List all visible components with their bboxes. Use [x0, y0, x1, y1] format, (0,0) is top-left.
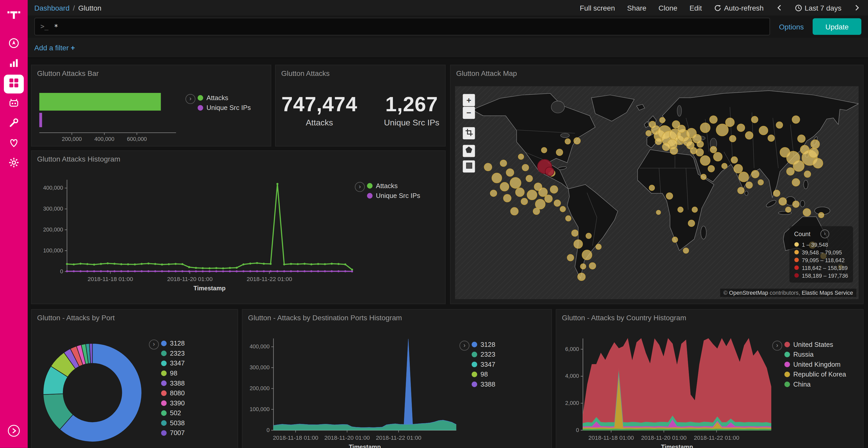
svg-text:0: 0 [576, 427, 579, 433]
sidebar-item-dashboard[interactable] [4, 75, 24, 94]
legend-item[interactable]: 158,189 – 197,736 [794, 272, 848, 279]
metric-label: Attacks [281, 118, 357, 127]
legend-item[interactable]: 3388 [161, 378, 185, 388]
auto-refresh-button[interactable]: Auto-refresh [714, 4, 764, 12]
svg-text:2018-11-20 01:00: 2018-11-20 01:00 [324, 435, 370, 441]
query-input[interactable] [53, 22, 764, 31]
breadcrumb-dashboard-link[interactable]: Dashboard [34, 4, 69, 12]
legend-item[interactable]: Republic of Korea [784, 369, 846, 379]
legend-item[interactable]: China [784, 379, 846, 389]
ems-link[interactable]: Elastic Maps Service [802, 290, 853, 296]
legend-item[interactable]: 8080 [161, 388, 185, 398]
attacks-histogram-chart[interactable]: 400,000300,000200,000100,00002018-11-18 … [35, 173, 367, 298]
map-legend-title: Count [794, 231, 810, 237]
legend-color-dot [784, 342, 790, 347]
zoom-out-button[interactable]: − [463, 107, 475, 119]
legend-toggle-arrow[interactable]: › [355, 182, 365, 192]
legend-item[interactable]: 79,095 – 118,642 [794, 256, 848, 264]
legend-item[interactable]: Unique Src IPs [367, 191, 420, 201]
legend-item[interactable]: 1 – 39,548 [794, 241, 848, 248]
update-button[interactable]: Update [813, 18, 862, 35]
sidebar-item-apm[interactable] [4, 95, 24, 113]
legend-label: 3347 [480, 360, 495, 368]
legend-item[interactable]: 98 [472, 369, 495, 379]
svg-text:2018-11-20 01:00: 2018-11-20 01:00 [641, 435, 687, 441]
heartbeat-icon [8, 137, 20, 150]
rectangle-tool-button[interactable] [463, 160, 475, 172]
legend-label: 7007 [170, 429, 185, 437]
legend-item[interactable]: 2323 [472, 349, 495, 359]
full-screen-button[interactable]: Full screen [580, 4, 615, 12]
legend-item[interactable]: 98 [161, 368, 185, 378]
svg-text:100,000: 100,000 [250, 406, 270, 412]
port-donut-chart[interactable] [34, 332, 151, 448]
svg-text:Timestamp: Timestamp [349, 444, 381, 448]
sidebar-item-monitoring[interactable] [4, 134, 24, 153]
share-button[interactable]: Share [627, 4, 646, 12]
sidebar-collapse-toggle[interactable] [4, 422, 24, 441]
time-picker-button[interactable]: Last 7 days [795, 4, 841, 12]
plus-icon: + [71, 43, 75, 51]
svg-text:Timestamp: Timestamp [193, 285, 225, 291]
legend-item[interactable]: 7007 [161, 428, 185, 438]
legend-item[interactable]: 5038 [161, 418, 185, 428]
map-legend: Count › 1 – 39,54839,548 – 79,09579,095 … [789, 226, 853, 283]
time-range-forward-button[interactable] [854, 4, 860, 11]
svg-text:2018-11-22 01:00: 2018-11-22 01:00 [694, 435, 739, 441]
svg-text:100,000: 100,000 [43, 247, 63, 254]
time-range-back-button[interactable] [776, 4, 782, 11]
legend-item[interactable]: 3128 [161, 338, 185, 348]
crop-tool-button[interactable] [463, 127, 475, 139]
legend-item[interactable]: 3390 [161, 398, 185, 408]
legend-item[interactable]: Unique Src IPs [197, 103, 251, 113]
legend-toggle-arrow[interactable]: › [772, 341, 782, 351]
chevron-right-circle-icon [7, 424, 21, 440]
legend-item[interactable]: 502 [161, 408, 185, 418]
sidebar-item-management[interactable] [4, 154, 24, 173]
legend-label: 3388 [480, 380, 495, 388]
legend: AttacksUnique Src IPs [197, 93, 251, 113]
sidebar-item-discover[interactable] [4, 35, 24, 54]
clone-button[interactable]: Clone [658, 4, 677, 12]
polygon-tool-button[interactable] [463, 145, 475, 157]
zoom-in-button[interactable]: + [463, 94, 475, 106]
bar-chart-icon [8, 58, 20, 71]
sidebar-item-devtools[interactable] [4, 114, 24, 133]
legend-item[interactable]: 118,642 – 158,189 [794, 264, 848, 272]
legend-item[interactable]: 3128 [472, 340, 495, 350]
legend-item[interactable]: 3347 [472, 359, 495, 370]
legend-label: 98 [170, 369, 178, 377]
panel-attacks-histogram: Glutton Attacks Histogram 400,000300,000… [31, 150, 445, 304]
legend-toggle-arrow[interactable]: › [185, 94, 195, 104]
query-options-link[interactable]: Options [779, 23, 804, 31]
legend-toggle-arrow[interactable]: › [820, 230, 829, 238]
legend-item[interactable]: 39,548 – 79,095 [794, 248, 848, 256]
legend-label: 158,189 – 197,736 [802, 272, 848, 278]
legend-item[interactable]: United States [784, 340, 846, 350]
legend-label: United States [793, 341, 833, 348]
legend-item[interactable]: Russia [784, 349, 846, 359]
legend-item[interactable]: 3347 [161, 358, 185, 369]
breadcrumb: Dashboard / Glutton [34, 4, 101, 12]
legend-color-dot [794, 273, 799, 278]
apm-icon [8, 97, 20, 110]
legend-toggle-arrow[interactable]: › [460, 341, 470, 351]
wrench-icon [8, 117, 20, 130]
legend-item[interactable]: 3388 [472, 379, 495, 389]
dest-ports-chart[interactable]: 400,000300,000200,000100,00002018-11-18 … [246, 332, 463, 448]
legend-item[interactable]: 2323 [161, 348, 185, 358]
legend-color-dot [794, 258, 799, 262]
sidebar-item-visualize[interactable] [4, 55, 24, 74]
legend-item[interactable]: Attacks [367, 181, 420, 191]
legend-item[interactable]: Attacks [197, 93, 251, 103]
breadcrumb-current-page: Glutton [78, 4, 101, 12]
osm-link[interactable]: OpenStreetMap [729, 290, 768, 296]
legend-item[interactable]: United Kingdom [784, 359, 846, 370]
attack-map[interactable]: + − [455, 86, 859, 299]
legend-toggle-arrow[interactable]: › [149, 340, 159, 350]
attacks-bar-chart[interactable]: 200,000400,000600,000 [35, 84, 184, 145]
map-controls: + − [463, 94, 475, 172]
country-chart[interactable]: 6,0004,0002,00002018-11-18 01:002018-11-… [560, 332, 781, 448]
add-filter-button[interactable]: Add a filter + [34, 43, 75, 51]
edit-button[interactable]: Edit [689, 4, 702, 12]
